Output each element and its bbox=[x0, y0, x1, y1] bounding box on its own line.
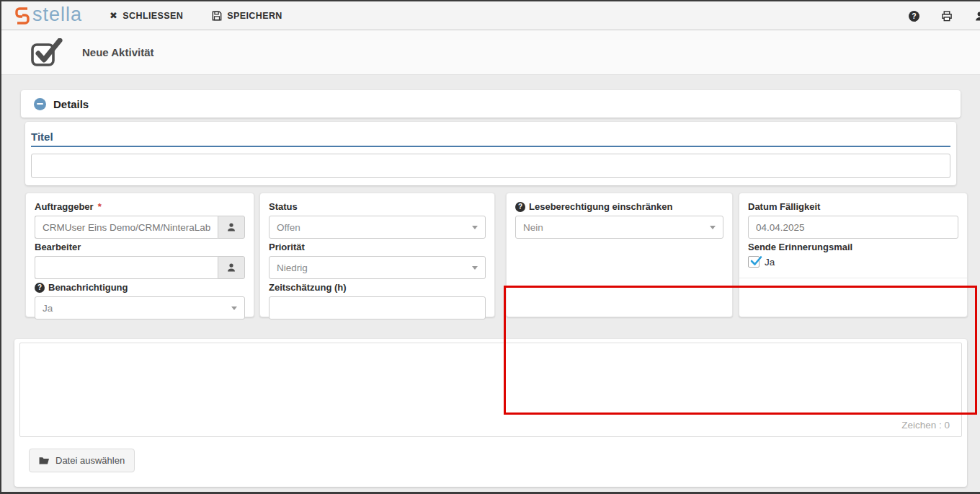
erinnerungsmail-checkbox[interactable] bbox=[748, 256, 760, 268]
choose-file-button-label: Datei auswählen bbox=[55, 455, 125, 466]
auftraggeber-input[interactable] bbox=[35, 216, 218, 239]
save-button-label: SPEICHERN bbox=[227, 11, 282, 21]
titel-label: Titel bbox=[31, 131, 950, 147]
datum-faelligkeit-label: Datum Fälligkeit bbox=[748, 201, 958, 213]
folder-icon bbox=[39, 456, 50, 465]
zeitschaetzung-label: Zeitschätzung (h) bbox=[269, 282, 486, 294]
panel-status: Status Offen Priorität Niedrig Zeitschät… bbox=[259, 193, 495, 317]
panel-faelligkeit: Datum Fälligkeit Sende Erinnerungsmail J… bbox=[739, 193, 968, 317]
page-header: Neue Aktivität bbox=[1, 30, 980, 75]
chevron-down-icon bbox=[231, 306, 237, 310]
help-tooltip-icon[interactable]: ? bbox=[515, 202, 525, 212]
page-title: Neue Aktivität bbox=[82, 46, 153, 58]
titel-input[interactable] bbox=[31, 154, 950, 178]
close-button-label: SCHLIESSEN bbox=[122, 11, 183, 21]
chevron-down-icon bbox=[710, 226, 716, 229]
choose-file-button[interactable]: Datei auswählen bbox=[29, 449, 135, 472]
description-card: Zeichen : 0 Datei auswählen bbox=[14, 339, 967, 487]
titel-card: Titel bbox=[25, 122, 956, 185]
save-button[interactable]: SPEICHERN bbox=[212, 10, 282, 21]
chevron-down-icon bbox=[472, 266, 478, 270]
user-icon[interactable] bbox=[974, 11, 980, 22]
benachrichtigung-select[interactable]: Ja bbox=[35, 296, 245, 319]
stella-logo[interactable]: stella bbox=[13, 6, 82, 25]
bearbeiter-label: Bearbeiter bbox=[35, 242, 245, 253]
required-asterisk: * bbox=[98, 201, 102, 213]
help-icon[interactable]: ? bbox=[909, 11, 919, 22]
details-section-header[interactable]: Details bbox=[21, 90, 961, 118]
stella-logo-text: stella bbox=[32, 5, 82, 25]
panel-auftraggeber: Auftraggeber* Bearbeiter bbox=[25, 193, 254, 317]
auftraggeber-person-picker-button[interactable] bbox=[218, 216, 245, 239]
char-count-label: Zeichen : 0 bbox=[901, 420, 950, 431]
check-icon bbox=[749, 255, 762, 268]
field-panels-row: Auftraggeber* Bearbeiter bbox=[25, 193, 969, 317]
prioritaet-select[interactable]: Niedrig bbox=[269, 256, 486, 279]
erinnerungsmail-label: Sende Erinnerungsmail bbox=[748, 242, 958, 253]
person-icon bbox=[226, 222, 236, 232]
person-icon bbox=[226, 263, 236, 273]
chevron-down-icon bbox=[472, 226, 478, 229]
leseberechtigung-label: ? Leseberechtigung einschränken bbox=[515, 201, 723, 213]
status-select[interactable]: Offen bbox=[269, 216, 486, 239]
description-textarea[interactable]: Zeichen : 0 bbox=[19, 343, 962, 437]
benachrichtigung-label: ? Benachrichtigung bbox=[35, 282, 245, 294]
bearbeiter-person-picker-button[interactable] bbox=[218, 256, 245, 279]
activity-task-icon bbox=[30, 38, 63, 67]
status-label: Status bbox=[269, 201, 486, 213]
erinnerungsmail-checkbox-label: Ja bbox=[765, 257, 775, 268]
collapse-details-icon[interactable] bbox=[34, 98, 46, 110]
leseberechtigung-select[interactable]: Nein bbox=[515, 216, 723, 239]
panel-leseberechtigung: ? Leseberechtigung einschränken Nein bbox=[506, 193, 733, 317]
save-icon bbox=[212, 11, 222, 21]
help-tooltip-icon[interactable]: ? bbox=[35, 283, 45, 293]
prioritaet-label: Priorität bbox=[269, 242, 486, 253]
topbar: stella ✖ SCHLIESSEN SPEICHERN ? bbox=[1, 1, 980, 30]
zeitschaetzung-input[interactable] bbox=[269, 296, 486, 319]
close-button[interactable]: ✖ SCHLIESSEN bbox=[110, 10, 183, 21]
bearbeiter-input[interactable] bbox=[35, 256, 218, 279]
print-icon[interactable] bbox=[941, 11, 953, 22]
close-icon: ✖ bbox=[110, 10, 117, 21]
details-section-title: Details bbox=[53, 98, 89, 110]
main-content: Details Titel Auftraggeber* Bearbe bbox=[1, 90, 980, 487]
datum-faelligkeit-input[interactable] bbox=[748, 216, 958, 239]
auftraggeber-label: Auftraggeber* bbox=[35, 201, 245, 213]
panel-divider bbox=[739, 278, 967, 278]
stella-logo-icon bbox=[13, 6, 32, 25]
